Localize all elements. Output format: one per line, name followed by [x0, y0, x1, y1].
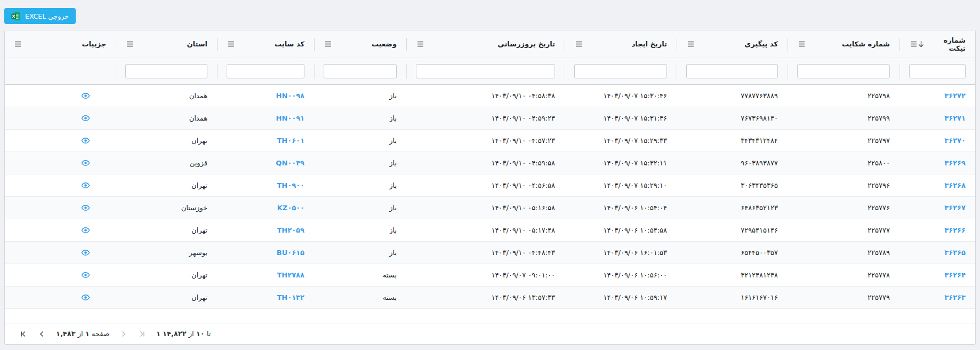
cell-site: HN۰۰۹۸ [217, 92, 314, 100]
tracking-value: ۷۶۷۳۶۹۸۱۴۰ [741, 114, 778, 122]
cell-created: ۱۴۰۳/۰۹/۰۷ ۱۵:۳۱:۳۶ [565, 114, 677, 122]
ticket-link[interactable]: ۳۶۲۶۴ [944, 271, 966, 279]
column-header-province[interactable]: استان [116, 30, 217, 58]
details-button[interactable] [81, 226, 90, 235]
column-header-details[interactable]: جزییات [4, 30, 116, 58]
site-link[interactable]: KZ۰۵۰۰ [277, 204, 304, 212]
menu-icon [325, 41, 332, 47]
header-row: شماره تیکتشماره شکایتکد پیگیریتاریخ ایجا… [5, 30, 975, 58]
details-button[interactable] [81, 248, 90, 257]
column-header-created[interactable]: تاریخ ایجاد [565, 30, 677, 58]
table-row[interactable]: ۳۶۲۶۶۲۲۵۷۷۷۷۲۹۵۴۱۵۱۴۶۱۴۰۳/۰۹/۰۶ ۱۰:۵۴:۵۸… [5, 219, 975, 242]
menu-icon [417, 41, 424, 47]
table-row[interactable]: ۳۶۲۶۴۲۲۵۷۷۸۳۲۱۲۴۸۱۲۳۸۱۴۰۳/۰۹/۰۶ ۱۰:۵۶:۰۰… [5, 264, 975, 287]
site-link[interactable]: TH۰۱۳۲ [277, 293, 305, 301]
column-header-site[interactable]: کد سایت [217, 30, 314, 58]
cell-created: ۱۴۰۳/۰۹/۰۷ ۱۵:۳۰:۴۶ [565, 92, 677, 100]
filter-input-site[interactable] [227, 64, 304, 78]
cell-site: QN۰۰۳۹ [217, 159, 314, 167]
filter-input-province[interactable] [125, 64, 207, 78]
table-row[interactable]: ۳۶۲۶۷۲۲۵۷۷۶۶۴۸۶۳۵۲۱۲۳۱۴۰۳/۰۹/۰۶ ۱۰:۵۴:۰۴… [5, 197, 975, 219]
menu-icon [910, 41, 917, 47]
column-menu-button[interactable] [797, 40, 806, 48]
site-link[interactable]: TH۲۷۸۸ [277, 271, 305, 279]
details-button[interactable] [81, 203, 90, 212]
column-menu-button[interactable] [125, 40, 134, 48]
status-value: باز [389, 137, 397, 145]
cell-tracking: ۷۲۹۵۴۱۵۱۴۶ [677, 226, 788, 234]
column-menu-button[interactable] [909, 40, 918, 48]
table-row[interactable]: ۳۶۲۶۸۲۲۵۷۹۶۳۰۶۳۴۳۵۳۶۵۱۴۰۳/۰۹/۰۷ ۱۵:۲۹:۱۰… [5, 174, 975, 197]
filter-input-updated[interactable] [416, 64, 555, 78]
column-label: شماره تیکت [928, 36, 966, 52]
site-link[interactable]: TH۲۰۵۹ [277, 226, 305, 234]
site-link[interactable]: TH۰۶۰۱ [277, 137, 305, 145]
column-header-status[interactable]: وضعیت [314, 30, 406, 58]
table-row[interactable]: ۳۶۲۶۹۲۲۵۸۰۰۹۶۰۳۸۹۳۸۷۷۱۴۰۳/۰۹/۰۷ ۱۵:۳۲:۱۱… [5, 152, 975, 174]
details-button[interactable] [81, 293, 90, 302]
cell-province: تهران [116, 181, 217, 189]
eye-icon [81, 181, 90, 190]
column-menu-button[interactable] [416, 40, 425, 48]
filter-input-tracking[interactable] [686, 64, 778, 78]
site-link[interactable]: TH۰۹۰۰ [277, 181, 305, 189]
ticket-link[interactable]: ۳۶۲۷۰ [944, 137, 966, 145]
excel-export-button[interactable]: خروجی EXCEL [4, 8, 76, 24]
column-menu-button[interactable] [324, 40, 333, 48]
column-menu-button[interactable] [227, 40, 236, 48]
ticket-link[interactable]: ۳۶۲۶۵ [944, 249, 966, 257]
ticket-link[interactable]: ۳۶۲۶۷ [944, 204, 966, 212]
column-header-tracking[interactable]: کد پیگیری [677, 30, 788, 58]
pagination-next-button[interactable] [37, 330, 46, 338]
eye-icon [81, 293, 90, 302]
site-link[interactable]: HN۰۰۹۸ [276, 92, 305, 100]
details-button[interactable] [81, 136, 90, 145]
column-menu-button[interactable] [13, 40, 22, 48]
details-button[interactable] [81, 271, 90, 280]
ticket-link[interactable]: ۳۶۲۶۹ [944, 159, 966, 167]
details-button[interactable] [81, 181, 90, 190]
pagination-last-button[interactable] [19, 330, 28, 338]
menu-icon [575, 41, 582, 47]
details-button[interactable] [81, 158, 90, 168]
ticket-link[interactable]: ۳۶۲۶۸ [944, 181, 966, 189]
details-button[interactable] [81, 114, 90, 123]
cell-created: ۱۴۰۳/۰۹/۰۶ ۱۰:۵۶:۰۰ [565, 271, 677, 279]
filter-input-complaint[interactable] [797, 64, 890, 78]
ticket-link[interactable]: ۳۶۲۶۳ [944, 293, 966, 301]
range-of-word: از [189, 330, 194, 338]
table-row[interactable]: ۳۶۲۷۰۲۲۵۷۹۷۳۴۳۴۳۱۲۴۸۴۱۴۰۳/۰۹/۰۷ ۱۵:۲۹:۳۳… [5, 130, 975, 152]
column-header-ticket[interactable]: شماره تیکت [899, 30, 975, 58]
site-link[interactable]: QN۰۰۳۹ [276, 159, 304, 167]
column-label: جزییات [82, 40, 106, 48]
column-menu-button[interactable] [686, 40, 695, 48]
table-row[interactable]: ۳۶۲۶۵۲۲۵۷۸۹۶۵۴۴۵۰۰۳۵۷۱۴۰۳/۰۹/۰۶ ۱۶:۰۱:۵۳… [5, 242, 975, 264]
site-link[interactable]: HN۰۰۹۱ [276, 114, 305, 122]
column-header-updated[interactable]: تاریخ بروزرسانی [406, 30, 565, 58]
filter-input-created[interactable] [574, 64, 667, 78]
filter-input-ticket[interactable] [909, 64, 966, 78]
cell-complaint: ۲۲۵۷۸۹ [788, 249, 899, 257]
column-menu-button[interactable] [574, 40, 583, 48]
filter-input-status[interactable] [324, 64, 397, 78]
cell-tracking: ۳۲۱۲۴۸۱۲۳۸ [677, 271, 788, 279]
pagination-first-button[interactable] [138, 330, 147, 338]
complaint-value: ۲۲۵۸۰۰ [867, 159, 890, 167]
ticket-link[interactable]: ۳۶۲۶۶ [944, 226, 966, 234]
ticket-link[interactable]: ۳۶۲۷۱ [944, 114, 966, 122]
column-header-complaint[interactable]: شماره شکایت [788, 30, 899, 58]
ticket-link[interactable]: ۳۶۲۷۲ [944, 92, 966, 100]
table-row[interactable]: ۳۶۲۷۲۲۲۵۷۹۸۷۷۸۷۷۶۳۸۸۹۱۴۰۳/۰۹/۰۷ ۱۵:۳۰:۴۶… [5, 85, 975, 107]
status-value: باز [389, 181, 397, 189]
details-button[interactable] [81, 91, 90, 100]
created-value: ۱۴۰۳/۰۹/۰۷ ۱۵:۳۲:۱۱ [604, 159, 667, 167]
cell-updated: ۱۴۰۳/۰۹/۱۰ ۰۴:۴۸:۴۳ [406, 249, 565, 257]
table-row[interactable]: ۳۶۲۷۱۲۲۵۷۹۹۷۶۷۳۶۹۸۱۴۰۱۴۰۳/۰۹/۰۷ ۱۵:۳۱:۳۶… [5, 107, 975, 130]
cell-updated: ۱۴۰۳/۰۹/۰۶ ۱۳:۵۷:۳۳ [406, 293, 565, 301]
cell-tracking: ۷۶۷۳۶۹۸۱۴۰ [677, 114, 788, 122]
page-total: ۱,۴۸۳ [56, 330, 76, 338]
pagination-prev-button[interactable] [119, 330, 128, 338]
table-row[interactable]: ۳۶۲۶۳۲۲۵۷۷۹۱۶۱۶۱۶۷۰۱۶۱۴۰۳/۰۹/۰۶ ۱۰:۵۹:۱۷… [5, 287, 975, 309]
province-value: همدان [189, 114, 207, 122]
site-link[interactable]: BU۰۶۱۵ [277, 249, 304, 257]
